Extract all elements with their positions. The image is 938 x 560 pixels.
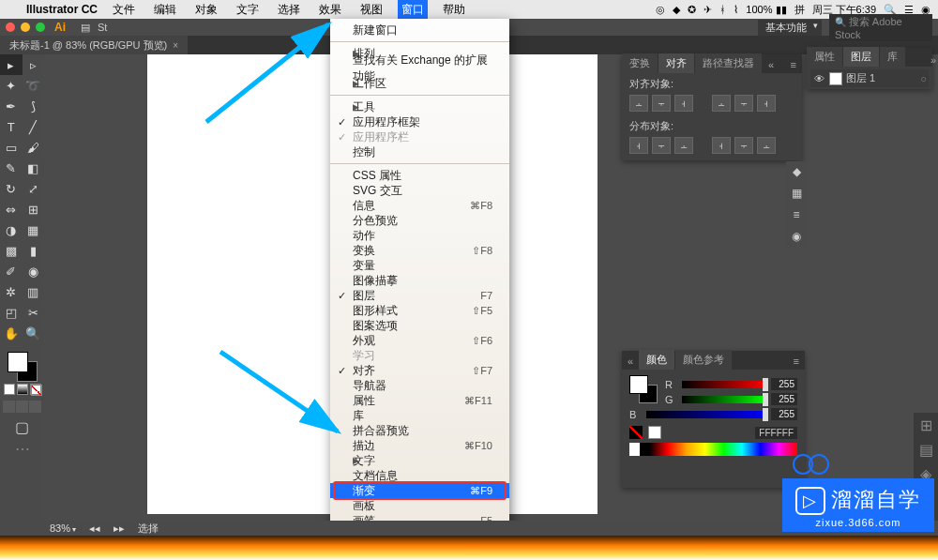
symbol-sprayer-tool[interactable]: ✲ (0, 281, 23, 302)
zoom-tool[interactable]: 🔍 (23, 323, 45, 343)
menu-item[interactable]: 新建窗口 (330, 23, 509, 38)
menu-item[interactable]: 对齐⇧F7 (330, 363, 509, 378)
color-fill-stroke[interactable] (629, 375, 658, 403)
menu-item[interactable]: 变量 (330, 258, 509, 273)
curvature-tool[interactable]: ⟆ (23, 96, 45, 116)
libraries-tab[interactable]: 库 (880, 47, 905, 67)
align-hcenter-button[interactable]: ⫟ (652, 95, 671, 112)
menu-item[interactable]: 图像描摹 (330, 273, 509, 288)
artboard-nav-prev-icon[interactable]: ◂◂ (89, 522, 100, 535)
properties-tab[interactable]: 属性 (807, 47, 842, 67)
b-slider[interactable] (646, 411, 765, 418)
status-compass-icon[interactable]: ✪ (688, 4, 696, 16)
blend-tool[interactable]: ◉ (23, 261, 45, 281)
search-stock-input[interactable]: 搜索 Adobe Stock (829, 14, 932, 41)
draw-behind-icon[interactable] (16, 401, 28, 413)
collapsed-panel-icon[interactable]: ◉ (786, 226, 807, 247)
edit-toolbar-icon[interactable]: ⋯ (3, 440, 41, 458)
app-name[interactable]: Illustrator CC (26, 3, 98, 16)
menu-item[interactable]: 工作区▶ (330, 76, 509, 91)
shaper-tool[interactable]: ✎ (0, 158, 23, 178)
magic-wand-tool[interactable]: ✦ (0, 75, 23, 96)
panel-menu-icon[interactable]: ≡ (788, 353, 805, 370)
menu-item[interactable]: 属性⌘F11 (330, 393, 509, 408)
pathfinder-tab[interactable]: 路径查找器 (695, 53, 762, 73)
dist-hcenter-button[interactable]: ⫟ (734, 137, 753, 154)
status-app-icon[interactable]: ◆ (673, 4, 680, 16)
g-value[interactable]: 255 (771, 393, 797, 405)
mac-dock[interactable] (0, 536, 938, 560)
menu-file[interactable]: 文件 (109, 0, 139, 20)
layer-row[interactable]: 👁 图层 1 ○ (810, 69, 929, 87)
status-siri-icon[interactable]: ◎ (656, 4, 665, 16)
lasso-tool[interactable]: ➰ (23, 75, 45, 96)
color-mode-icon[interactable] (4, 384, 15, 395)
menu-item[interactable]: 分色预览 (330, 213, 509, 228)
menu-item[interactable]: 信息⌘F8 (330, 198, 509, 213)
bridge-icon[interactable]: ▤ (81, 22, 90, 34)
menu-item[interactable]: 库 (330, 408, 509, 423)
menu-item[interactable]: 图案选项 (330, 318, 509, 333)
menu-text[interactable]: 文字 (233, 0, 263, 20)
menu-item[interactable]: 画板 (330, 498, 509, 513)
draw-inside-icon[interactable] (29, 401, 41, 413)
layers-tab[interactable]: 图层 (843, 47, 879, 67)
graph-tool[interactable]: ▥ (23, 281, 45, 302)
screen-mode-icon[interactable]: ▢ (3, 418, 41, 436)
strip-icon[interactable]: ⊞ (914, 413, 938, 437)
selection-tool[interactable]: ▸ (0, 54, 23, 75)
transform-tab[interactable]: 变换 (622, 53, 658, 73)
layer-target-icon[interactable]: ○ (920, 73, 927, 84)
align-vcenter-button[interactable]: ⫟ (734, 95, 753, 112)
rectangle-tool[interactable]: ▭ (0, 137, 23, 158)
artboard-tool[interactable]: ◰ (0, 302, 23, 323)
menu-item[interactable]: 图形样式⇧F5 (330, 303, 509, 318)
color-spectrum[interactable] (629, 443, 797, 456)
menu-item[interactable]: 动作 (330, 228, 509, 243)
menu-help[interactable]: 帮助 (439, 0, 469, 20)
gradient-tool[interactable]: ▮ (23, 240, 45, 261)
menu-edit[interactable]: 编辑 (150, 0, 180, 20)
menu-item[interactable]: 外观⇧F6 (330, 333, 509, 348)
width-tool[interactable]: ⇔ (0, 199, 23, 219)
collapsed-panel-icon[interactable]: ▦ (786, 183, 807, 204)
menu-item[interactable]: 工具▶ (330, 99, 509, 114)
r-slider[interactable] (682, 381, 765, 388)
b-value[interactable]: 255 (771, 408, 797, 420)
window-minimize-button[interactable] (21, 23, 30, 32)
dist-bottom-button[interactable]: ⫠ (674, 137, 693, 154)
menu-item[interactable]: CSS 属性 (330, 168, 509, 183)
panel-menu-icon[interactable]: ≡ (785, 56, 802, 73)
menu-item[interactable]: 控制 (330, 144, 509, 159)
strip-icon[interactable]: ▤ (914, 437, 938, 462)
mesh-tool[interactable]: ▩ (0, 240, 23, 261)
stock-icon[interactable]: St (98, 22, 107, 34)
collapsed-panel-icon[interactable]: ◆ (786, 161, 807, 182)
dist-right-button[interactable]: ⫠ (757, 137, 776, 154)
shape-builder-tool[interactable]: ◑ (0, 219, 23, 240)
menu-window[interactable]: 窗口 (398, 0, 428, 20)
menu-effect[interactable]: 效果 (315, 0, 345, 20)
r-value[interactable]: 255 (771, 378, 797, 390)
pen-tool[interactable]: ✒ (0, 96, 23, 116)
hand-tool[interactable]: ✋ (0, 323, 23, 343)
menu-select[interactable]: 选择 (274, 0, 304, 20)
align-tab[interactable]: 对齐 (658, 53, 694, 73)
menu-item[interactable]: 变换⇧F8 (330, 243, 509, 258)
menu-view[interactable]: 视图 (356, 0, 386, 20)
line-tool[interactable]: ╱ (23, 116, 45, 137)
menu-item[interactable]: SVG 交互 (330, 183, 509, 198)
g-slider[interactable] (682, 396, 765, 403)
dist-vcenter-button[interactable]: ⫟ (652, 137, 671, 154)
menu-item[interactable]: 图层F7 (330, 288, 509, 303)
right-dock-collapse-icon[interactable]: » (930, 54, 936, 66)
document-tab[interactable]: 未标题-1 @ 83% (RGB/GPU 预览) × (0, 36, 188, 55)
panel-collapse-icon[interactable]: « (622, 353, 639, 370)
fill-swatch[interactable] (8, 352, 28, 372)
artboard-nav-next-icon[interactable]: ▸▸ (113, 522, 125, 535)
gradient-mode-icon[interactable] (17, 384, 28, 395)
align-bottom-button[interactable]: ⫞ (757, 95, 776, 112)
paintbrush-tool[interactable]: 🖌 (23, 137, 45, 158)
rotate-tool[interactable]: ↻ (0, 178, 23, 199)
eraser-tool[interactable]: ◧ (23, 158, 45, 178)
